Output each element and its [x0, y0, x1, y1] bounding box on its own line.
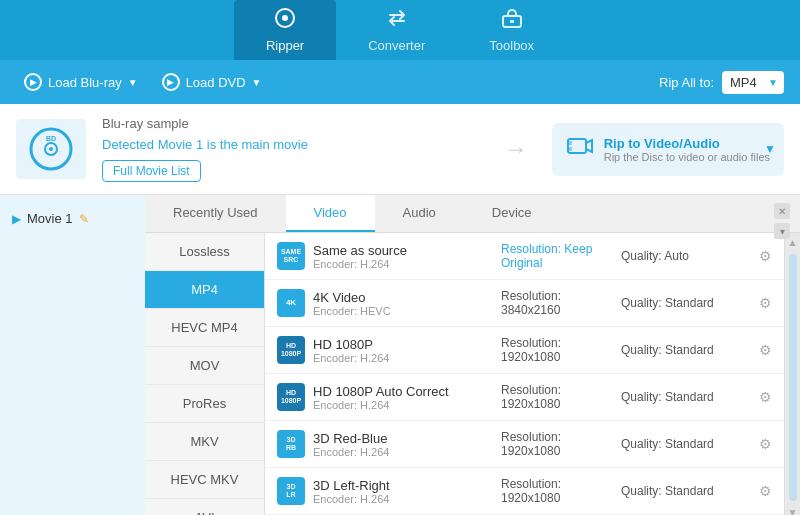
movie-name-highlight: Movie 1 — [158, 137, 204, 152]
format-quality-hd1080-ac: Quality: Standard — [621, 390, 751, 404]
format-row-hd1080[interactable]: HD1080P HD 1080P Encoder: H.264 Resoluti… — [265, 327, 784, 374]
tab-converter[interactable]: Converter — [336, 0, 457, 60]
disc-info-bar: BD Blu-ray sample Detected Movie 1 is th… — [0, 104, 800, 195]
panel-controls: ✕ ▾ — [774, 203, 790, 239]
toolbox-label: Toolbox — [489, 38, 534, 53]
disc-name: Blu-ray sample — [102, 116, 480, 131]
format-row-hd1080-ac[interactable]: HD1080P HD 1080P Auto Correct Encoder: H… — [265, 374, 784, 421]
format-res-4k: Resolution: 3840x2160 — [501, 289, 613, 317]
gear-icon[interactable]: ⚙ — [759, 248, 772, 264]
toolbar: ▶ Load Blu-ray ▼ ▶ Load DVD ▼ Rip All to… — [0, 60, 800, 104]
format-cat-mp4[interactable]: MP4 — [145, 271, 264, 309]
rip-format-wrapper: MP4 MKV MOV AVI ▼ — [722, 71, 784, 94]
format-cat-prores[interactable]: ProRes — [145, 385, 264, 423]
format-res-3d-rb: Resolution: 1920x1080 — [501, 430, 613, 458]
tab-video[interactable]: Video — [286, 195, 375, 232]
main-content: ▶ Movie 1 ✎ Recently Used Video Audio De… — [0, 195, 800, 515]
converter-label: Converter — [368, 38, 425, 53]
badge-same-src: SAMESRC — [277, 242, 305, 270]
format-info-hd1080: HD 1080P Encoder: H.264 — [313, 337, 493, 364]
svg-point-1 — [282, 15, 288, 21]
bluray-dropdown-arrow: ▼ — [128, 77, 138, 88]
format-cat-hevc-mp4[interactable]: HEVC MP4 — [145, 309, 264, 347]
full-movie-list-button[interactable]: Full Movie List — [102, 160, 201, 182]
format-row-same-as-source[interactable]: SAMESRC Same as source Encoder: H.264 Re… — [265, 233, 784, 280]
toolbox-icon — [501, 7, 523, 34]
format-panel: Recently Used Video Audio Device Lossles… — [145, 195, 800, 515]
dvd-icon: ▶ — [162, 73, 180, 91]
format-tabs: Recently Used Video Audio Device — [145, 195, 800, 233]
load-bluray-button[interactable]: ▶ Load Blu-ray ▼ — [16, 69, 146, 95]
format-row-3d-rb[interactable]: 3DRB 3D Red-Blue Encoder: H.264 Resoluti… — [265, 421, 784, 468]
format-cat-avi[interactable]: AVI — [145, 499, 264, 515]
format-res-3d-lr: Resolution: 1920x1080 — [501, 477, 613, 505]
ripper-icon — [274, 7, 296, 34]
bluray-icon: ▶ — [24, 73, 42, 91]
rip-video-icon — [566, 133, 594, 166]
format-category-list: Lossless MP4 HEVC MP4 MOV ProRes MKV HEV… — [145, 233, 265, 515]
format-quality-same: Quality: Auto — [621, 249, 751, 263]
edit-icon: ✎ — [79, 212, 89, 226]
tab-toolbox[interactable]: Toolbox — [457, 0, 566, 60]
format-quality-hd1080: Quality: Standard — [621, 343, 751, 357]
load-dvd-button[interactable]: ▶ Load DVD ▼ — [154, 69, 270, 95]
format-res-hd1080-ac: Resolution: 1920x1080 — [501, 383, 613, 411]
panel-collapse-button[interactable]: ▾ — [774, 223, 790, 239]
scrollbar-thumb[interactable] — [789, 254, 797, 501]
badge-hd1080: HD1080P — [277, 336, 305, 364]
svg-text:BD: BD — [46, 135, 56, 142]
format-cat-lossless[interactable]: Lossless — [145, 233, 264, 271]
badge-3d-lr: 3DLR — [277, 477, 305, 505]
rip-all-label: Rip All to: — [659, 75, 714, 90]
badge-3d-rb: 3DRB — [277, 430, 305, 458]
gear-icon[interactable]: ⚙ — [759, 483, 772, 499]
scroll-down-button[interactable]: ▼ — [788, 503, 798, 515]
svg-rect-9 — [568, 141, 572, 145]
svg-rect-10 — [568, 147, 572, 151]
format-res-same: Resolution: Keep Original — [501, 242, 613, 270]
gear-icon[interactable]: ⚙ — [759, 436, 772, 452]
movie-list-panel: ▶ Movie 1 ✎ — [0, 195, 145, 515]
rip-option-panel[interactable]: Rip to Video/Audio Rip the Disc to video… — [552, 123, 784, 176]
format-quality-4k: Quality: Standard — [621, 296, 751, 310]
tab-ripper[interactable]: Ripper — [234, 0, 336, 60]
movie-item-label: Movie 1 — [27, 211, 73, 226]
tab-device[interactable]: Device — [464, 195, 560, 232]
dvd-dropdown-arrow: ▼ — [252, 77, 262, 88]
format-res-hd1080: Resolution: 1920x1080 — [501, 336, 613, 364]
format-cat-hevc-mkv[interactable]: HEVC MKV — [145, 461, 264, 499]
format-quality-3d-rb: Quality: Standard — [621, 437, 751, 451]
top-navigation: Ripper Converter Toolbox — [0, 0, 800, 60]
format-cat-mov[interactable]: MOV — [145, 347, 264, 385]
svg-point-6 — [49, 147, 53, 151]
rip-format-select[interactable]: MP4 MKV MOV AVI — [722, 71, 784, 94]
ripper-label: Ripper — [266, 38, 304, 53]
format-options-list: SAMESRC Same as source Encoder: H.264 Re… — [265, 233, 784, 515]
badge-hd1080-ac: HD1080P — [277, 383, 305, 411]
badge-4k: 4K — [277, 289, 305, 317]
svg-rect-3 — [510, 20, 514, 23]
gear-icon[interactable]: ⚙ — [759, 389, 772, 405]
disc-details: Blu-ray sample Detected Movie 1 is the m… — [102, 116, 480, 182]
movie-list-item[interactable]: ▶ Movie 1 ✎ — [0, 203, 145, 234]
format-cat-mkv[interactable]: MKV — [145, 423, 264, 461]
format-info-hd1080-ac: HD 1080P Auto Correct Encoder: H.264 — [313, 384, 493, 411]
tab-recently-used[interactable]: Recently Used — [145, 195, 286, 232]
format-info-same: Same as source Encoder: H.264 — [313, 243, 493, 270]
scrollbar: ▲ ▼ — [784, 233, 800, 515]
disc-icon: BD — [16, 119, 86, 179]
tab-audio[interactable]: Audio — [375, 195, 464, 232]
converter-icon — [386, 7, 408, 34]
format-content: Lossless MP4 HEVC MP4 MOV ProRes MKV HEV… — [145, 233, 800, 515]
arrow-right-icon: → — [496, 135, 536, 163]
format-info-3d-lr: 3D Left-Right Encoder: H.264 — [313, 478, 493, 505]
panel-close-button[interactable]: ✕ — [774, 203, 790, 219]
format-info-3d-rb: 3D Red-Blue Encoder: H.264 — [313, 431, 493, 458]
rip-option-text: Rip to Video/Audio Rip the Disc to video… — [604, 136, 770, 163]
format-row-4k[interactable]: 4K 4K Video Encoder: HEVC Resolution: 38… — [265, 280, 784, 327]
gear-icon[interactable]: ⚙ — [759, 295, 772, 311]
format-quality-3d-lr: Quality: Standard — [621, 484, 751, 498]
format-info-4k: 4K Video Encoder: HEVC — [313, 290, 493, 317]
format-row-3d-lr[interactable]: 3DLR 3D Left-Right Encoder: H.264 Resolu… — [265, 468, 784, 515]
gear-icon[interactable]: ⚙ — [759, 342, 772, 358]
